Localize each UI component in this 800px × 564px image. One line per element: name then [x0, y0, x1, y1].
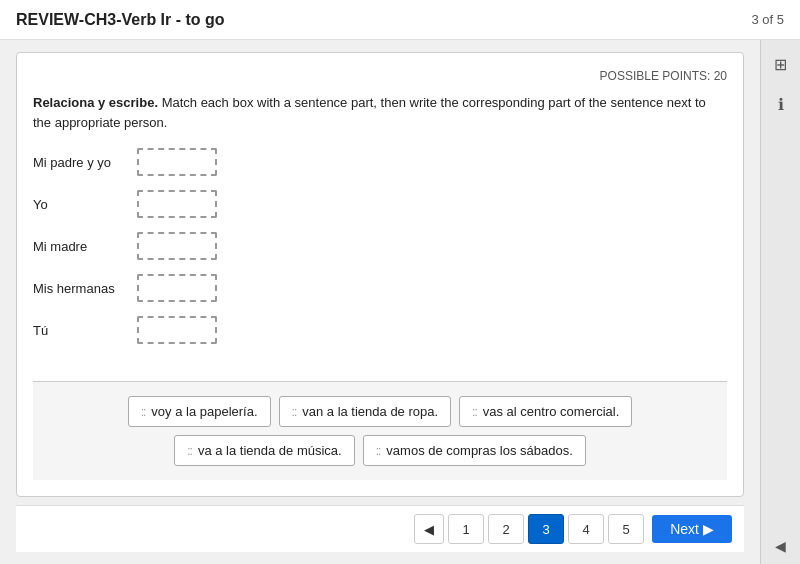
page-1-button[interactable]: 1: [448, 514, 484, 544]
drag-handle: ::: [141, 405, 146, 419]
tile-5[interactable]: :: vamos de compras los sábados.: [363, 435, 586, 466]
tile-text-2: van a la tienda de ropa.: [302, 404, 438, 419]
progress-indicator: 3 of 5: [751, 12, 784, 27]
tile-text-4: va a la tienda de música.: [198, 443, 342, 458]
match-label-4: Mis hermanas: [33, 281, 133, 296]
match-dropzone-3[interactable]: [137, 232, 217, 260]
match-label-5: Tú: [33, 323, 133, 338]
grid-icon[interactable]: ⊞: [767, 50, 795, 78]
page-title: REVIEW-CH3-Verb Ir - to go: [16, 11, 225, 29]
match-dropzone-4[interactable]: [137, 274, 217, 302]
match-dropzone-1[interactable]: [137, 148, 217, 176]
tile-text-1: voy a la papelería.: [151, 404, 257, 419]
tile-3[interactable]: :: vas al centro comercial.: [459, 396, 632, 427]
prev-arrow-button[interactable]: ◀: [414, 514, 444, 544]
drag-handle: ::: [472, 405, 477, 419]
page-3-button[interactable]: 3: [528, 514, 564, 544]
match-row: Tú: [33, 316, 727, 344]
tile-text-3: vas al centro comercial.: [483, 404, 620, 419]
tile-4[interactable]: :: va a la tienda de música.: [174, 435, 354, 466]
next-label: Next: [670, 521, 699, 537]
drag-handle: ::: [292, 405, 297, 419]
page-2-button[interactable]: 2: [488, 514, 524, 544]
match-row: Mi padre y yo: [33, 148, 727, 176]
match-dropzone-5[interactable]: [137, 316, 217, 344]
match-label-3: Mi madre: [33, 239, 133, 254]
tile-1[interactable]: :: voy a la papelería.: [128, 396, 271, 427]
next-button[interactable]: Next ▶: [652, 515, 732, 543]
match-row: Mi madre: [33, 232, 727, 260]
tile-text-5: vamos de compras los sábados.: [386, 443, 572, 458]
info-icon[interactable]: ℹ: [767, 90, 795, 118]
tile-2[interactable]: :: van a la tienda de ropa.: [279, 396, 452, 427]
drag-handle: ::: [187, 444, 192, 458]
next-arrow-icon: ▶: [703, 521, 714, 537]
instructions: Relaciona y escribe. Match each box with…: [33, 93, 727, 132]
possible-points: POSSIBLE POINTS: 20: [33, 69, 727, 83]
match-label-1: Mi padre y yo: [33, 155, 133, 170]
sidebar-collapse-chevron[interactable]: ◀: [775, 538, 786, 554]
match-row: Yo: [33, 190, 727, 218]
page-5-button[interactable]: 5: [608, 514, 644, 544]
tiles-area: :: voy a la papelería. :: van a la tiend…: [33, 381, 727, 480]
instructions-bold: Relaciona y escribe.: [33, 95, 158, 110]
footer-nav: ◀ 1 2 3 4 5 Next ▶: [16, 505, 744, 552]
match-row: Mis hermanas: [33, 274, 727, 302]
sidebar: ⊞ ℹ ◀: [760, 40, 800, 564]
page-4-button[interactable]: 4: [568, 514, 604, 544]
match-rows-container: Mi padre y yo Yo Mi madre Mis hermanas: [33, 148, 727, 358]
match-dropzone-2[interactable]: [137, 190, 217, 218]
drag-handle: ::: [376, 444, 381, 458]
activity-card: POSSIBLE POINTS: 20 Relaciona y escribe.…: [16, 52, 744, 497]
match-label-2: Yo: [33, 197, 133, 212]
